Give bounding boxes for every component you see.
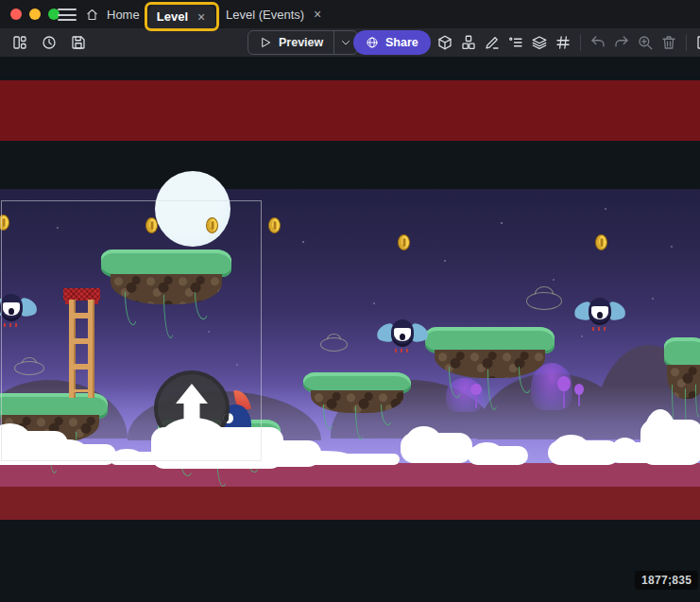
coin[interactable] xyxy=(206,217,218,233)
properties-list-icon[interactable] xyxy=(505,31,526,54)
titlebar: Home Level × Level (Events) × xyxy=(0,0,700,28)
coin[interactable] xyxy=(0,215,9,231)
instances-icon[interactable] xyxy=(458,31,479,54)
tab-level[interactable]: Level × xyxy=(148,5,215,28)
share-label: Share xyxy=(385,36,418,49)
coin[interactable] xyxy=(145,217,158,233)
undo-icon[interactable] xyxy=(588,31,608,54)
traffic-light-minimize[interactable] xyxy=(29,9,41,20)
close-icon[interactable]: × xyxy=(196,10,207,24)
close-icon[interactable]: × xyxy=(312,8,323,21)
edit-events-icon[interactable] xyxy=(693,31,700,54)
traffic-lights xyxy=(10,9,60,20)
floating-island[interactable] xyxy=(101,249,231,310)
coin[interactable] xyxy=(268,217,281,233)
cloud xyxy=(45,444,116,465)
toolbar-separator xyxy=(686,34,687,51)
traffic-light-close[interactable] xyxy=(10,9,22,20)
pointer-coordinates-badge: 1877;835 xyxy=(635,571,698,590)
tab-label: Level xyxy=(157,9,188,24)
history-icon[interactable] xyxy=(39,31,60,54)
chevron-down-icon xyxy=(340,37,351,48)
ufo-doodle xyxy=(526,292,562,310)
coin[interactable] xyxy=(398,234,410,250)
scene-canvas[interactable]: 1877;835 xyxy=(0,57,700,602)
app-window: Home Level × Level (Events) × xyxy=(0,0,700,602)
cloud xyxy=(468,446,528,465)
floating-island[interactable] xyxy=(664,337,700,405)
tab-level-events[interactable]: Level (Events) × xyxy=(220,0,329,28)
fly-enemy[interactable] xyxy=(577,297,623,331)
preview-button-group: Preview xyxy=(248,30,358,55)
ufo-doodle xyxy=(14,361,44,375)
redo-icon[interactable] xyxy=(611,31,632,54)
fly-enemy[interactable] xyxy=(0,293,34,327)
pencil-icon[interactable] xyxy=(482,31,503,54)
open-panels-icon[interactable] xyxy=(9,31,30,54)
floating-island[interactable] xyxy=(303,372,411,418)
floating-island[interactable] xyxy=(425,327,555,384)
home-icon xyxy=(85,8,99,22)
scene-objects-layer xyxy=(0,57,700,602)
toolbar: Preview Share xyxy=(0,28,700,57)
zoom-in-icon[interactable] xyxy=(635,31,656,54)
tab-home[interactable]: Home xyxy=(85,0,140,28)
cloud xyxy=(401,433,472,463)
globe-icon xyxy=(366,36,379,49)
cloud xyxy=(640,420,700,465)
trash-icon[interactable] xyxy=(658,31,679,54)
tab-label: Home xyxy=(107,8,140,22)
grid-icon[interactable] xyxy=(553,31,573,54)
preview-button[interactable]: Preview xyxy=(248,31,334,54)
ufo-doodle xyxy=(320,337,348,352)
save-icon[interactable] xyxy=(68,31,89,54)
preview-label: Preview xyxy=(279,36,323,49)
cloud xyxy=(288,454,400,465)
play-icon xyxy=(259,36,272,49)
toolbar-separator xyxy=(580,34,581,51)
fly-enemy[interactable] xyxy=(380,318,425,353)
moon xyxy=(155,171,230,247)
share-button[interactable]: Share xyxy=(353,30,431,55)
ladder[interactable] xyxy=(63,288,100,398)
tab-label: Level (Events) xyxy=(226,8,304,22)
3d-box-icon[interactable] xyxy=(435,31,455,54)
coin[interactable] xyxy=(595,234,607,250)
hamburger-menu-icon[interactable] xyxy=(58,9,77,21)
layers-icon[interactable] xyxy=(529,31,550,54)
